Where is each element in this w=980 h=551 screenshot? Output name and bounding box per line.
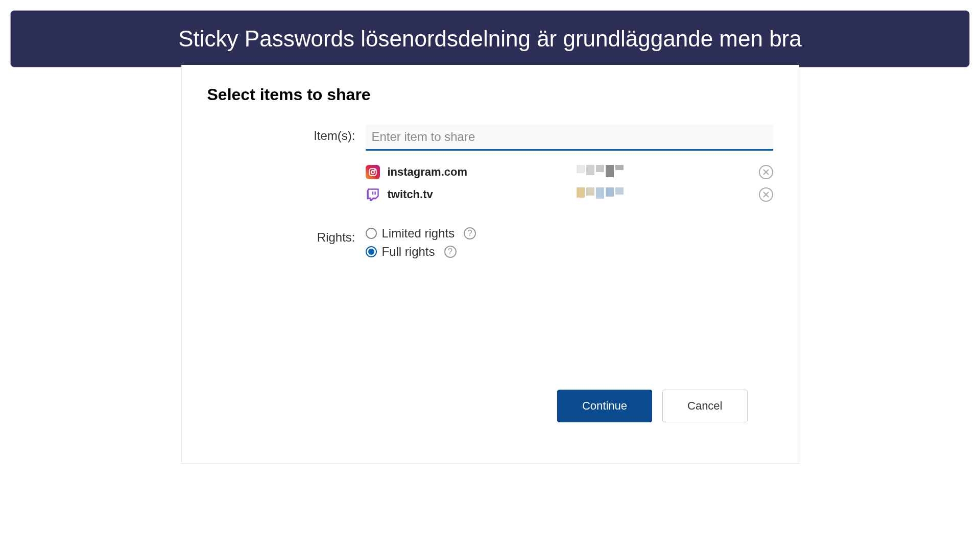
list-item: twitch.tv — [366, 183, 773, 206]
svg-rect-5 — [372, 191, 373, 195]
items-label: Item(s): — [207, 125, 366, 143]
rights-option-limited[interactable]: Limited rights ? — [366, 226, 476, 241]
item-username-blurred — [577, 187, 638, 202]
rights-option-full[interactable]: Full rights ? — [366, 245, 476, 259]
items-row: Item(s): — [207, 125, 773, 151]
remove-item-button[interactable] — [759, 187, 773, 202]
item-input[interactable] — [366, 125, 773, 151]
help-icon[interactable]: ? — [464, 227, 476, 239]
svg-point-1 — [371, 171, 374, 174]
item-name: twitch.tv — [388, 188, 577, 201]
svg-point-2 — [374, 170, 375, 171]
cancel-button[interactable]: Cancel — [662, 390, 747, 422]
svg-rect-6 — [374, 191, 375, 195]
radio-label: Limited rights — [382, 226, 455, 241]
radio-label: Full rights — [382, 245, 435, 259]
close-icon — [762, 169, 770, 176]
twitch-icon — [366, 187, 380, 202]
radio-full[interactable] — [366, 246, 377, 257]
share-dialog: Select items to share Item(s): instagram… — [181, 65, 799, 464]
item-username-blurred — [577, 165, 638, 179]
page-banner: Sticky Passwords lösenordsdelning är gru… — [10, 10, 970, 67]
radio-limited[interactable] — [366, 228, 377, 239]
continue-button[interactable]: Continue — [557, 390, 652, 422]
dialog-title: Select items to share — [207, 85, 773, 104]
close-icon — [762, 191, 770, 198]
banner-title: Sticky Passwords lösenordsdelning är gru… — [178, 26, 801, 51]
remove-item-button[interactable] — [759, 165, 773, 179]
help-icon[interactable]: ? — [444, 246, 457, 258]
rights-row: Rights: Limited rights ? Full rights ? — [207, 226, 773, 259]
dialog-buttons: Continue Cancel — [557, 390, 748, 422]
selected-items-list: instagram.com — [366, 161, 773, 206]
instagram-icon — [366, 165, 380, 179]
list-item: instagram.com — [366, 161, 773, 183]
rights-label: Rights: — [207, 226, 366, 259]
item-name: instagram.com — [388, 165, 577, 179]
